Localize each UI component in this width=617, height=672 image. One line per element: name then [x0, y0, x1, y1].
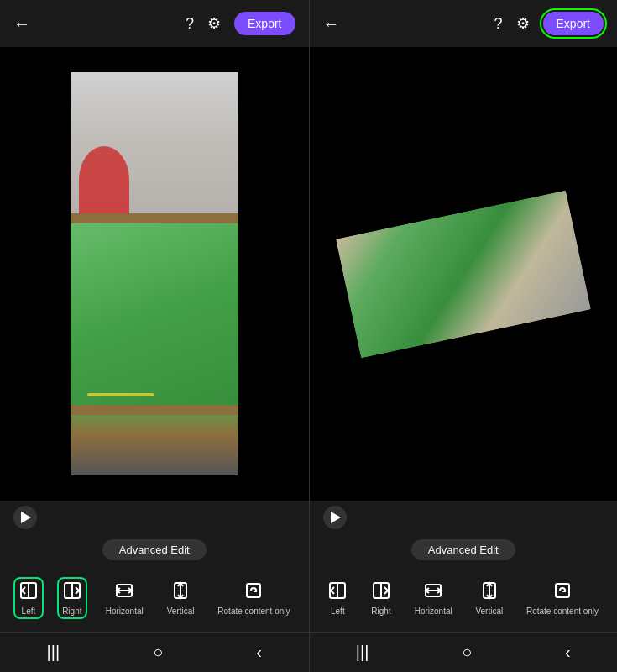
left-tool-left-icon [18, 580, 39, 603]
left-bottom-nav: ||| ○ ‹ [0, 632, 309, 672]
left-tool-left[interactable]: Left [13, 577, 44, 619]
left-video-content [0, 47, 309, 501]
right-panel: ← ? ⚙ Export Advanced Edit [309, 0, 618, 672]
left-nav-menu-icon[interactable]: ||| [47, 643, 60, 662]
right-play-button[interactable] [323, 506, 347, 529]
left-person-shape [79, 146, 129, 213]
left-tool-vertical-label: Vertical [167, 606, 195, 616]
left-tool-rotate[interactable]: Rotate content only [212, 577, 295, 619]
left-table-rail-bottom [71, 405, 238, 415]
left-help-button[interactable]: ? [186, 15, 194, 33]
left-tool-vertical-icon [170, 580, 191, 603]
right-tool-left-label: Left [331, 606, 345, 616]
right-tool-horizontal-label: Horizontal [415, 606, 452, 616]
right-tool-right[interactable]: Right [366, 577, 396, 619]
left-tool-right-label: Right [62, 606, 81, 616]
right-video-middle [310, 213, 618, 335]
right-export-button[interactable]: Export [543, 12, 604, 35]
left-tool-vertical[interactable]: Vertical [162, 577, 200, 619]
left-table-rail-top [71, 213, 238, 223]
right-tool-rotate[interactable]: Rotate content only [521, 577, 604, 619]
left-header: ← ? ⚙ Export [0, 0, 309, 47]
left-table-green [71, 223, 238, 405]
right-header: ← ? ⚙ Export [310, 0, 618, 47]
right-tool-vertical[interactable]: Vertical [470, 577, 508, 619]
right-nav-menu-icon[interactable]: ||| [356, 643, 369, 662]
right-toolbar: Left Right Horizo [310, 564, 618, 632]
right-tool-right-label: Right [371, 606, 390, 616]
left-settings-button[interactable]: ⚙ [207, 14, 221, 33]
left-panel: ← ? ⚙ Export Advanced Edit [0, 0, 309, 672]
left-tool-horizontal-icon [114, 580, 134, 603]
left-tool-horizontal[interactable]: Horizontal [101, 577, 149, 619]
right-bottom-nav: ||| ○ ‹ [310, 632, 618, 672]
right-nav-back-icon[interactable]: ‹ [565, 643, 571, 662]
left-toolbar: Left Right Horizo [0, 564, 309, 632]
left-play-button[interactable] [13, 506, 37, 529]
left-tool-right-icon [62, 580, 82, 603]
right-back-button[interactable]: ← [323, 14, 340, 34]
right-tool-left-icon [327, 580, 348, 603]
left-video-image [71, 72, 238, 475]
right-tool-horizontal[interactable]: Horizontal [410, 577, 458, 619]
left-tool-left-label: Left [22, 606, 36, 616]
right-play-icon [331, 512, 341, 523]
left-video-area [0, 47, 309, 501]
left-nav-home-icon[interactable]: ○ [153, 643, 163, 662]
right-tool-rotate-icon [552, 580, 573, 603]
right-nav-home-icon[interactable]: ○ [462, 643, 472, 662]
left-export-button[interactable]: Export [234, 12, 295, 35]
right-tilted-image [336, 190, 591, 358]
left-advanced-edit-button[interactable]: Advanced Edit [102, 539, 207, 560]
left-tool-rotate-icon [243, 580, 264, 603]
left-tool-horizontal-label: Horizontal [106, 606, 144, 616]
right-tool-vertical-label: Vertical [475, 606, 503, 616]
right-help-button[interactable]: ? [494, 15, 503, 33]
left-play-icon [21, 512, 31, 523]
right-tool-left[interactable]: Left [322, 577, 353, 619]
right-tool-right-icon [371, 580, 391, 603]
right-video-area [310, 47, 618, 501]
right-play-bar [310, 501, 618, 534]
right-video-content [310, 47, 618, 501]
left-nav-back-icon[interactable]: ‹ [256, 643, 262, 662]
right-tilted-image-inner [336, 190, 591, 358]
right-settings-button[interactable]: ⚙ [516, 14, 530, 33]
right-tool-vertical-icon [479, 580, 499, 603]
left-tool-rotate-label: Rotate content only [217, 606, 290, 616]
left-back-button[interactable]: ← [13, 14, 30, 34]
right-advanced-edit-bar: Advanced Edit [310, 534, 618, 564]
right-header-center: ? ⚙ Export [494, 12, 604, 35]
right-video-black-top [310, 47, 618, 213]
left-tool-right[interactable]: Right [57, 577, 87, 619]
right-tool-horizontal-icon [423, 580, 443, 603]
left-video-top [71, 72, 238, 213]
right-tool-rotate-label: Rotate content only [526, 606, 599, 616]
right-advanced-edit-button[interactable]: Advanced Edit [411, 539, 515, 560]
left-advanced-edit-bar: Advanced Edit [0, 534, 309, 564]
right-video-black-bottom [310, 335, 618, 501]
left-header-center: ? ⚙ Export [186, 12, 295, 35]
left-play-bar [0, 501, 309, 534]
